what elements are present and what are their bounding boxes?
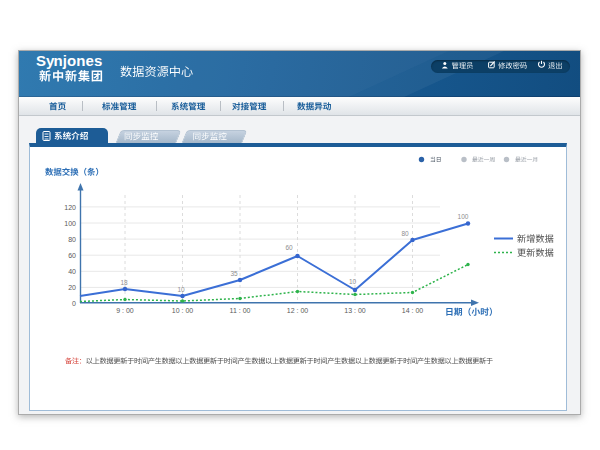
svg-text:10 : 00: 10 : 00 <box>172 307 194 314</box>
svg-text:10: 10 <box>349 278 357 285</box>
svg-text:10: 10 <box>177 286 185 293</box>
svg-text:35: 35 <box>230 270 238 277</box>
svg-text:40: 40 <box>68 268 76 275</box>
svg-text:80: 80 <box>68 236 76 243</box>
svg-text:80: 80 <box>401 230 409 237</box>
svg-text:9 : 00: 9 : 00 <box>116 307 134 314</box>
svg-text:20: 20 <box>68 284 76 291</box>
svg-text:100: 100 <box>64 220 76 227</box>
svg-text:18: 18 <box>120 279 128 286</box>
svg-text:13 : 00: 13 : 00 <box>344 307 366 314</box>
svg-text:12 : 00: 12 : 00 <box>287 307 309 314</box>
svg-text:11 : 00: 11 : 00 <box>230 307 251 314</box>
svg-text:60: 60 <box>68 252 76 259</box>
svg-text:0: 0 <box>72 300 76 307</box>
svg-text:60: 60 <box>285 244 293 251</box>
svg-text:14 : 00: 14 : 00 <box>402 307 424 314</box>
svg-text:100: 100 <box>458 213 469 220</box>
svg-text:120: 120 <box>64 204 76 211</box>
